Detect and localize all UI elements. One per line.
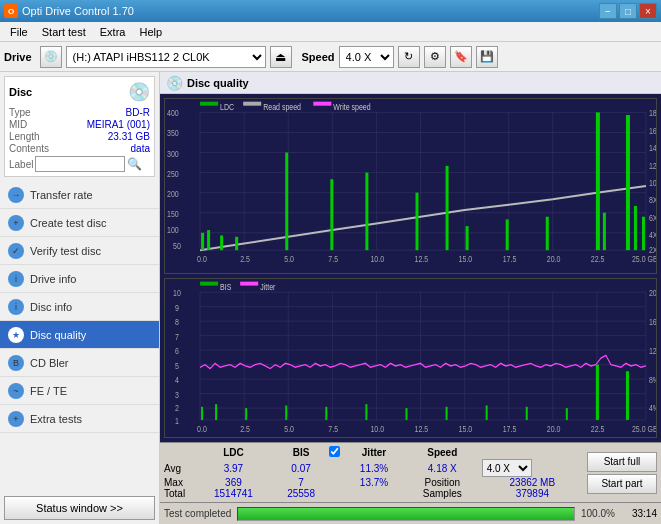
svg-text:15.0: 15.0 xyxy=(459,424,473,434)
svg-rect-126 xyxy=(285,405,287,419)
disc-length-row: Length 23.31 GB xyxy=(9,131,150,142)
svg-text:20.0: 20.0 xyxy=(547,424,561,434)
svg-text:4X: 4X xyxy=(649,230,656,240)
progress-bar-fill xyxy=(238,508,574,520)
svg-text:0.0: 0.0 xyxy=(197,424,207,434)
svg-text:Read speed: Read speed xyxy=(263,102,301,112)
titlebar: O Opti Drive Control 1.70 − □ × xyxy=(0,0,661,22)
disc-length-label: Length xyxy=(9,131,40,142)
samples-value: 379894 xyxy=(482,488,583,499)
svg-text:4: 4 xyxy=(175,375,179,385)
svg-text:350: 350 xyxy=(167,129,179,139)
disc-length-value: 23.31 GB xyxy=(108,131,150,142)
menu-file[interactable]: File xyxy=(4,24,34,40)
eject-button[interactable]: ⏏ xyxy=(270,46,292,68)
svg-rect-62 xyxy=(446,166,449,250)
disc-panel-header: Disc 💿 xyxy=(9,81,150,103)
disc-type-label: Type xyxy=(9,107,31,118)
content-title: Disc quality xyxy=(187,77,249,89)
menu-help[interactable]: Help xyxy=(133,24,168,40)
svg-text:400: 400 xyxy=(167,108,179,118)
svg-rect-93 xyxy=(200,282,218,286)
charts-container: LDC Read speed Write speed 400 350 300 2… xyxy=(160,94,661,442)
svg-text:7: 7 xyxy=(175,332,179,342)
svg-rect-129 xyxy=(405,408,407,420)
nav-create-test-disc[interactable]: + Create test disc xyxy=(0,209,159,237)
disc-image: 💿 xyxy=(128,81,150,103)
svg-text:0.0: 0.0 xyxy=(197,254,207,264)
svg-text:20%: 20% xyxy=(649,288,656,298)
ldc-chart: LDC Read speed Write speed 400 350 300 2… xyxy=(164,98,657,274)
speed-select-stats[interactable]: 4.0 X xyxy=(482,459,532,477)
svg-text:22.5: 22.5 xyxy=(591,254,605,264)
fe-te-icon: ~ xyxy=(8,383,24,399)
progress-bar xyxy=(237,507,575,521)
cd-bler-icon: B xyxy=(8,355,24,371)
svg-text:2: 2 xyxy=(175,403,179,413)
svg-rect-123 xyxy=(201,407,203,420)
svg-text:2.5: 2.5 xyxy=(240,254,250,264)
create-test-disc-icon: + xyxy=(8,215,24,231)
svg-rect-70 xyxy=(642,217,645,250)
svg-rect-61 xyxy=(416,193,419,251)
bis-chart: BIS Jitter 10 9 8 7 6 5 4 3 2 1 20% xyxy=(164,278,657,438)
minimize-button[interactable]: − xyxy=(599,3,617,19)
bookmark-button[interactable]: 🔖 xyxy=(450,46,472,68)
svg-text:250: 250 xyxy=(167,169,179,179)
menubar: File Start test Extra Help xyxy=(0,22,661,42)
drive-select[interactable]: (H:) ATAPI iHBS112 2 CL0K xyxy=(66,46,266,68)
nav-drive-info[interactable]: i Drive info xyxy=(0,265,159,293)
avg-label: Avg xyxy=(164,459,194,477)
pos-label: Position xyxy=(403,477,482,488)
svg-text:8: 8 xyxy=(175,317,179,327)
svg-rect-65 xyxy=(546,217,549,250)
start-full-button[interactable]: Start full xyxy=(587,452,657,472)
jitter-checkbox[interactable] xyxy=(329,446,340,457)
svg-text:17.5: 17.5 xyxy=(503,254,517,264)
nav-disc-info[interactable]: i Disc info xyxy=(0,293,159,321)
menu-extra[interactable]: Extra xyxy=(94,24,132,40)
save-button[interactable]: 💾 xyxy=(476,46,498,68)
svg-text:16X: 16X xyxy=(649,126,656,136)
nav-transfer-rate[interactable]: → Transfer rate xyxy=(0,181,159,209)
svg-text:12X: 12X xyxy=(649,161,656,171)
status-window-button[interactable]: Status window >> xyxy=(4,496,155,520)
svg-text:4%: 4% xyxy=(649,403,656,413)
svg-text:16%: 16% xyxy=(649,317,656,327)
svg-text:10.0: 10.0 xyxy=(370,254,384,264)
content-area: 💿 Disc quality xyxy=(160,72,661,524)
label-browse-btn[interactable]: 🔍 xyxy=(127,157,142,171)
disc-label-input[interactable] xyxy=(35,156,125,172)
disc-quality-icon: ★ xyxy=(8,327,24,343)
disc-type-row: Type BD-R xyxy=(9,107,150,118)
svg-rect-125 xyxy=(245,408,247,420)
refresh-button[interactable]: ↻ xyxy=(398,46,420,68)
stats-table: LDC BIS Jitter Speed Avg 3.97 0.07 xyxy=(164,446,583,499)
svg-rect-95 xyxy=(240,282,258,286)
disc-label-label: Label xyxy=(9,159,33,170)
total-ldc: 1514741 xyxy=(194,488,273,499)
nav-fe-te[interactable]: ~ FE / TE xyxy=(0,377,159,405)
nav-cd-bler[interactable]: B CD Bler xyxy=(0,349,159,377)
svg-rect-68 xyxy=(626,115,630,250)
nav-verify-test-disc[interactable]: ✓ Verify test disc xyxy=(0,237,159,265)
svg-text:Jitter: Jitter xyxy=(260,282,275,292)
settings-button[interactable]: ⚙ xyxy=(424,46,446,68)
svg-rect-24 xyxy=(313,102,331,106)
speed-label: Speed xyxy=(302,51,335,63)
disc-panel: Disc 💿 Type BD-R MID MEIRA1 (001) Length… xyxy=(4,76,155,177)
nav-disc-quality[interactable]: ★ Disc quality xyxy=(0,321,159,349)
close-button[interactable]: × xyxy=(639,3,657,19)
svg-text:22.5: 22.5 xyxy=(591,424,605,434)
titlebar-title: O Opti Drive Control 1.70 xyxy=(4,4,134,18)
nav-extra-tests[interactable]: + Extra tests xyxy=(0,405,159,433)
drive-label: Drive xyxy=(4,51,32,63)
speed-select[interactable]: 4.0 X 1.0 X 2.0 X 6.0 X 8.0 X xyxy=(339,46,394,68)
svg-rect-130 xyxy=(446,407,448,420)
menu-start-test[interactable]: Start test xyxy=(36,24,92,40)
start-part-button[interactable]: Start part xyxy=(587,474,657,494)
maximize-button[interactable]: □ xyxy=(619,3,637,19)
progress-bar-container: Test completed 100.0% 33:14 xyxy=(160,502,661,524)
svg-text:20.0: 20.0 xyxy=(547,254,561,264)
svg-rect-64 xyxy=(506,219,509,250)
